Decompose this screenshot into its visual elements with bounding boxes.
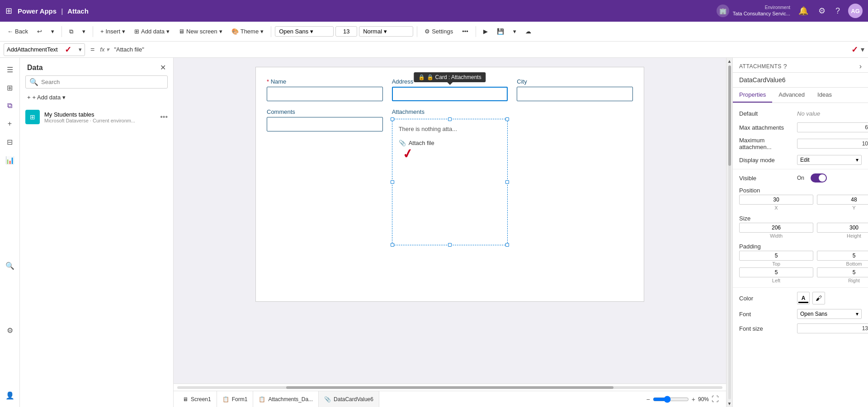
data-search-box[interactable]: 🔍 — [25, 75, 168, 89]
resize-handle-mr[interactable] — [505, 180, 509, 184]
prop-size: Size Width Height — [733, 213, 868, 241]
resize-handle-bc[interactable] — [448, 243, 452, 247]
copy-dropdown-button[interactable]: ▾ — [79, 26, 89, 37]
new-screen-button[interactable]: 🖥 New screen ▾ — [175, 26, 226, 37]
padding-top-input[interactable] — [739, 251, 813, 261]
visible-toggle[interactable] — [811, 173, 827, 182]
tab-screen1[interactable]: 🖥 Screen1 — [177, 391, 217, 407]
sidebar-menu-button[interactable]: ☰ — [2, 61, 18, 78]
sidebar-data-button[interactable]: ⧉ — [2, 98, 18, 114]
resize-handle-bl[interactable] — [391, 243, 394, 247]
padding-left-input[interactable] — [739, 267, 813, 277]
preview-button[interactable]: ▶ — [480, 26, 491, 37]
padding-bottom-group: Bottom — [817, 251, 868, 267]
horizontal-scrollbar[interactable] — [174, 384, 726, 391]
scroll-up-button[interactable]: ▲ — [727, 59, 732, 64]
position-y-input[interactable] — [817, 195, 868, 205]
formula-expand[interactable]: ▾ — [861, 45, 864, 54]
attach-file-button[interactable]: 📎 Attach file — [399, 140, 434, 146]
resize-handle-br[interactable] — [505, 243, 509, 247]
settings-button[interactable]: ⚙ — [816, 4, 827, 18]
tab-datacardvalue6[interactable]: 📎 DataCardValue6 — [319, 391, 379, 407]
city-input[interactable] — [517, 87, 633, 101]
save-button[interactable]: 💾 — [493, 26, 508, 37]
style-selector[interactable]: Normal ▾ — [359, 26, 413, 37]
tab-advanced[interactable]: Advanced — [772, 88, 811, 103]
padding-top-bottom: Top Bottom — [739, 251, 862, 267]
sidebar-search-button[interactable]: 🔍 — [2, 258, 18, 274]
attachments-box[interactable]: There is nothing atta... 📎 Attach file ✓ — [392, 119, 508, 245]
settings-toolbar-button[interactable]: ⚙ Settings — [421, 26, 457, 37]
scroll-thumb[interactable] — [286, 386, 613, 389]
help-button[interactable]: ? — [834, 5, 842, 18]
max-size-input[interactable] — [797, 139, 868, 149]
address-input[interactable] — [392, 87, 508, 101]
undo-dropdown-button[interactable]: ▾ — [47, 26, 58, 37]
add-data-button[interactable]: ⊞ Add data ▾ — [131, 26, 173, 37]
max-attach-input[interactable] — [797, 122, 868, 132]
zoom-in-button[interactable]: + — [692, 396, 695, 403]
more-button[interactable]: ••• — [458, 26, 472, 37]
padding-right-input[interactable] — [817, 267, 868, 277]
size-height-input[interactable] — [817, 223, 868, 233]
resize-handle-tc[interactable] — [448, 117, 452, 121]
insert-button[interactable]: + Insert ▾ — [97, 26, 129, 37]
notifications-button[interactable]: 🔔 — [797, 4, 810, 18]
add-data-button[interactable]: + + Add data ▾ — [25, 92, 168, 103]
font-size-prop-input[interactable] — [797, 323, 868, 333]
tab-attachments-da[interactable]: 📋 Attachments_Da... — [253, 391, 319, 407]
font-dropdown[interactable]: Open Sans ▾ — [797, 309, 862, 319]
sidebar-settings-button[interactable]: ⚙ — [2, 323, 18, 339]
display-mode-chevron: ▾ — [856, 157, 859, 163]
resize-handle-ml[interactable] — [391, 180, 394, 184]
resize-handle-tl[interactable] — [391, 117, 394, 121]
font-chevron: ▾ — [310, 28, 313, 35]
font-selector[interactable]: Open Sans ▾ — [275, 26, 334, 37]
tab-form1[interactable]: 📋 Form1 — [217, 391, 254, 407]
tab-ideas[interactable]: Ideas — [811, 88, 838, 103]
scroll-down-button[interactable]: ▼ — [727, 401, 732, 406]
new-screen-chevron: ▾ — [219, 28, 222, 35]
resize-handle-tr[interactable] — [505, 117, 509, 121]
sidebar-home-button[interactable]: ⊞ — [2, 80, 18, 96]
prop-color: Color A 🖌 — [733, 290, 868, 307]
position-x-input[interactable] — [739, 195, 813, 205]
component-selector[interactable]: AddAttachmentText ✓ ▾ — [4, 43, 85, 56]
display-mode-dropdown[interactable]: Edit ▾ — [797, 155, 862, 165]
back-button[interactable]: ← Back — [4, 26, 32, 37]
data-item-more-button[interactable]: ••• — [160, 113, 168, 121]
data-item[interactable]: ⊞ My Students tables Microsoft Dataverse… — [20, 106, 173, 128]
search-input[interactable] — [41, 79, 164, 85]
expand-icon[interactable]: › — [859, 62, 862, 70]
padding-bottom-input[interactable] — [817, 251, 868, 261]
fill-color-button[interactable]: 🖌 — [812, 292, 825, 304]
data-panel-close-button[interactable]: ✕ — [160, 63, 166, 72]
comments-input[interactable] — [267, 117, 383, 131]
zoom-slider[interactable] — [653, 396, 689, 403]
font-size-input[interactable] — [335, 26, 357, 37]
size-width-input[interactable] — [739, 223, 813, 233]
canvas-scroll: Name Address 🔒 🔒 Card : Attachments — [174, 58, 726, 384]
right-tabs: Properties Advanced Ideas — [733, 88, 868, 103]
formula-value[interactable]: "Attach file" — [112, 46, 849, 53]
font-color-button[interactable]: A — [797, 292, 810, 304]
sidebar-components-button[interactable]: ⊟ — [2, 134, 18, 150]
avatar[interactable]: AG — [848, 4, 863, 18]
publish-button[interactable]: ☁ — [522, 26, 535, 37]
fullscreen-button[interactable]: ⛶ — [712, 395, 719, 403]
help-icon[interactable]: ? — [783, 63, 787, 70]
zoom-out-button[interactable]: − — [646, 396, 650, 403]
sidebar-analytics-button[interactable]: 📊 — [2, 152, 18, 168]
theme-button[interactable]: 🎨 Theme ▾ — [228, 26, 267, 37]
undo-button[interactable]: ↩ — [33, 26, 46, 37]
name-input[interactable] — [267, 87, 383, 101]
copy-button[interactable]: ⧉ — [66, 26, 77, 37]
apps-grid-icon[interactable]: ⊞ — [5, 6, 12, 16]
vertical-scrollbar[interactable]: ▲ ▼ — [726, 58, 732, 407]
sidebar-insert-button[interactable]: + — [2, 116, 18, 132]
checkmark-annotation: ✓ — [401, 145, 414, 162]
save-dropdown-button[interactable]: ▾ — [509, 26, 520, 37]
v-scroll-thumb[interactable] — [728, 65, 731, 166]
sidebar-account-button[interactable]: 👤 — [2, 387, 18, 403]
tab-properties[interactable]: Properties — [733, 88, 772, 103]
